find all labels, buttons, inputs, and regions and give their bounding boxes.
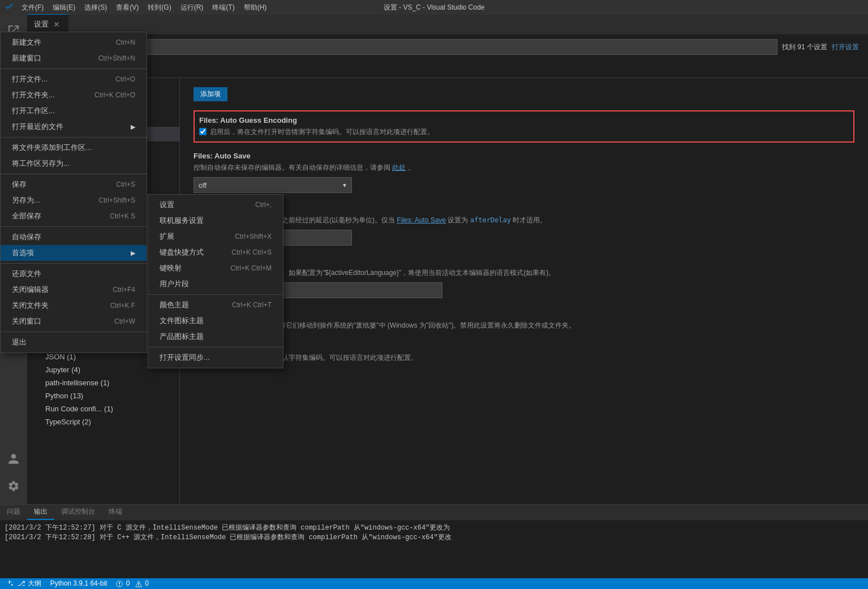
prefs-settings-shortcut: Ctrl+,	[255, 201, 272, 209]
prefs-product-icon-theme[interactable]: 产品图标主题	[148, 329, 283, 345]
menu-close-editor[interactable]: 关闭编辑器 Ctrl+F4	[1, 282, 147, 298]
menu-close-window-shortcut: Ctrl+W	[114, 317, 135, 325]
menu-close-folder[interactable]: 关闭文件夹 Ctrl+K F	[1, 298, 147, 313]
menu-revert-label: 还原文件	[12, 269, 135, 279]
menu-save-shortcut: Ctrl+S	[116, 180, 135, 188]
prefs-extensions[interactable]: 扩展 Ctrl+Shift+X	[148, 229, 283, 244]
prefs-online-services-label: 联机服务设置	[160, 216, 272, 226]
menu-open-recent-label: 打开最近的文件	[12, 122, 131, 132]
menu-exit-label: 退出	[12, 337, 135, 347]
menu-open-folder-label: 打开文件夹...	[12, 90, 83, 100]
menu-open-file-shortcut: Ctrl+O	[115, 75, 135, 83]
auto-save-delay-link[interactable]: Files: Auto Save	[397, 216, 446, 224]
auto-save-delay-desc: 控制自动保存未保存的编辑器之前经过的延迟(以毫秒为单位)。仅当 Files: A…	[194, 215, 854, 225]
prefs-color-theme-label: 颜色主题	[160, 300, 221, 310]
sidebar-python[interactable]: Python (13)	[27, 389, 179, 402]
tab-close-button[interactable]: ✕	[52, 19, 61, 30]
menu-add-folder[interactable]: 将文件夹添加到工作区...	[1, 140, 147, 156]
panel-tab-output[interactable]: 输出	[27, 505, 54, 520]
default-language-desc: 分配给新文件的默认语言模式。如果配置为"${activeEditorLangua…	[194, 268, 854, 278]
menu-run[interactable]: 运行(R)	[176, 1, 208, 15]
default-language-section: Files: Default Language 分配给新文件的默认语言模式。如果…	[194, 257, 854, 298]
menu-goto[interactable]: 转到(G)	[143, 1, 175, 15]
menu-auto-save[interactable]: 自动保存	[1, 229, 147, 245]
menu-sep-2	[1, 137, 147, 137]
auto-save-link[interactable]: 此处	[392, 164, 406, 171]
menu-save-as[interactable]: 另存为... Ctrl+Shift+S	[1, 192, 147, 208]
menu-close-folder-shortcut: Ctrl+K F	[110, 302, 135, 309]
statusbar-python[interactable]: Python 3.9.1 64-bit	[48, 579, 110, 587]
prefs-keyboard-label: 键盘快捷方式	[160, 247, 220, 257]
preferences-submenu: 设置 Ctrl+, 联机服务设置 扩展 Ctrl+Shift+X 键盘快捷方式 …	[148, 194, 283, 368]
add-item-button[interactable]: 添加项	[194, 87, 227, 101]
enable-trash-title: Files: Enable Trash	[194, 309, 854, 318]
prefs-keymap[interactable]: 键映射 Ctrl+K Ctrl+M	[148, 260, 283, 276]
sidebar-path-intellisense[interactable]: path-intellisense (1)	[27, 376, 179, 389]
panel-tab-terminal[interactable]: 终端	[102, 505, 129, 520]
sidebar-runcode[interactable]: Run Code confi... (1)	[27, 402, 179, 415]
activity-accounts[interactable]	[0, 445, 27, 472]
menu-terminal[interactable]: 终端(T)	[208, 1, 239, 15]
menu-close-window-label: 关闭窗口	[12, 316, 103, 326]
auto-guess-encoding-title: Files: Auto Guess Encoding	[199, 116, 849, 124]
enable-trash-row: 在删除文件或文件夹时，将它们移动到操作系统的"废纸篓"中 (Windows 为"…	[194, 320, 854, 330]
menu-close-editor-shortcut: Ctrl+F4	[113, 286, 135, 294]
search-result-count: 找到 91 个设置	[782, 42, 827, 52]
prefs-sync[interactable]: 打开设置同步...	[148, 350, 283, 366]
menu-edit[interactable]: 编辑(E)	[48, 1, 80, 15]
activity-settings-gear[interactable]	[0, 472, 27, 500]
menu-exit[interactable]: 退出	[1, 334, 147, 350]
menu-save-as-shortcut: Ctrl+Shift+S	[98, 196, 135, 204]
menu-new-file[interactable]: 新建文件 Ctrl+N	[1, 35, 147, 50]
menu-save-workspace[interactable]: 将工作区另存为...	[1, 156, 147, 171]
menu-help[interactable]: 帮助(H)	[239, 1, 272, 15]
menu-close-window[interactable]: 关闭窗口 Ctrl+W	[1, 313, 147, 329]
menu-revert[interactable]: 还原文件	[1, 266, 147, 282]
panel-tabs: 问题 输出 调试控制台 终端	[0, 505, 868, 521]
prefs-online-services[interactable]: 联机服务设置	[148, 213, 283, 229]
menu-file[interactable]: 文件(F)	[17, 1, 48, 15]
menu-selection[interactable]: 选择(S)	[80, 1, 111, 15]
sidebar-label-json: JSON (1)	[45, 352, 76, 361]
menu-preferences-label: 首选项	[12, 248, 131, 258]
tab-bar: 设置 ✕	[27, 15, 868, 35]
menu-open-recent[interactable]: 打开最近的文件 ▶	[1, 119, 147, 135]
menu-new-file-label: 新建文件	[12, 37, 105, 48]
menu-save-all-shortcut: Ctrl+K S	[110, 212, 135, 220]
menu-open-file[interactable]: 打开文件... Ctrl+O	[1, 71, 147, 87]
menu-view[interactable]: 查看(V)	[111, 1, 143, 15]
prefs-keymap-label: 键映射	[160, 263, 219, 273]
open-settings-json-button[interactable]: 打开设置	[832, 42, 859, 52]
auto-save-dropdown[interactable]: off afterDelay onFocusChange onWindowCha…	[194, 177, 352, 193]
menu-open-workspace[interactable]: 打开工作区...	[1, 103, 147, 119]
menu-preferences[interactable]: 首选项 ▶	[1, 245, 147, 261]
prefs-settings[interactable]: 设置 Ctrl+,	[148, 197, 283, 213]
sidebar-label-typescript: TypeScript (2)	[45, 418, 91, 426]
prefs-color-theme[interactable]: 颜色主题 Ctrl+K Ctrl+T	[148, 297, 283, 313]
menu-save[interactable]: 保存 Ctrl+S	[1, 177, 147, 192]
panel-tab-problems[interactable]: 问题	[0, 505, 27, 520]
statusbar-errors[interactable]: 0 0	[114, 579, 151, 587]
prefs-file-icon-theme[interactable]: 文件图标主题	[148, 313, 283, 329]
statusbar-left: ⎇ 大纲 Python 3.9.1 64-bit 0 0	[5, 579, 151, 588]
panel-tab-debug-console[interactable]: 调试控制台	[54, 505, 102, 520]
menu-new-window-shortcut: Ctrl+Shift+N	[98, 54, 135, 62]
sidebar-typescript[interactable]: TypeScript (2)	[27, 415, 179, 428]
prefs-color-theme-shortcut: Ctrl+K Ctrl+T	[232, 301, 272, 309]
window-title: 设置 - VS_C - Visual Studio Code	[384, 3, 485, 12]
menu-open-folder[interactable]: 打开文件夹... Ctrl+K Ctrl+O	[1, 87, 147, 103]
settings-search-input[interactable]	[36, 39, 777, 55]
auto-save-title: Files: Auto Save	[194, 152, 854, 160]
menu-new-window[interactable]: 新建窗口 Ctrl+Shift+N	[1, 50, 147, 66]
menu-open-folder-shortcut: Ctrl+K Ctrl+O	[94, 91, 135, 99]
svg-point-2	[119, 585, 121, 586]
auto-save-delay-title: Files: Auto Save Delay	[194, 204, 854, 213]
prefs-snippets[interactable]: 用户片段	[148, 276, 283, 292]
prefs-keyboard[interactable]: 键盘快捷方式 Ctrl+K Ctrl+S	[148, 244, 283, 260]
settings-tab[interactable]: 设置 ✕	[27, 14, 68, 34]
auto-guess-encoding-section: Files: Auto Guess Encoding 启用后，将在文件打开时尝猜…	[194, 110, 854, 143]
auto-guess-encoding-checkbox[interactable]	[199, 128, 207, 135]
menu-save-all[interactable]: 全部保存 Ctrl+K S	[1, 208, 147, 224]
statusbar-branch[interactable]: ⎇ 大纲	[5, 579, 44, 588]
enable-trash-section: Files: Enable Trash 在删除文件或文件夹时，将它们移动到操作系…	[194, 309, 854, 330]
